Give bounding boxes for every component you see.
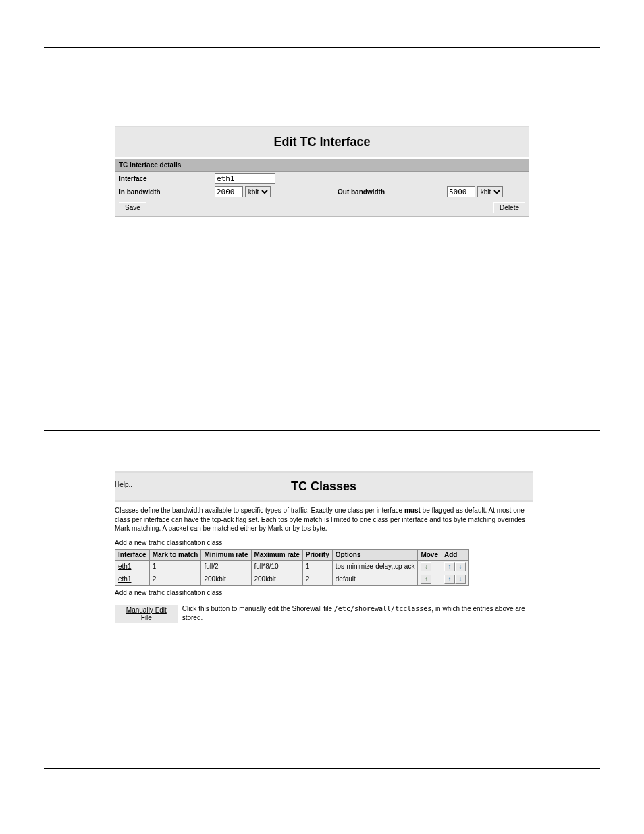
move-down-icon[interactable]	[421, 562, 431, 571]
col-minrate: Minimum rate	[201, 549, 251, 560]
table-row: eth1 1 full/2 full*8/10 1 tos-minimize-d…	[115, 560, 469, 573]
edit-tc-interface-panel: Edit TC Interface TC interface details I…	[115, 126, 529, 217]
row-max: 200kbit	[251, 573, 302, 585]
details-header: TC interface details	[115, 159, 529, 172]
add-above-icon[interactable]: ↑	[444, 575, 455, 584]
out-bandwidth-unit-select[interactable]: kbit	[477, 186, 503, 197]
panel-header: TC Classes	[115, 471, 533, 502]
row-mark: 1	[149, 560, 201, 573]
col-move: Move	[418, 549, 441, 560]
tc-classes-table: Interface Mark to match Minimum rate Max…	[115, 549, 469, 586]
desc-must: must	[404, 506, 421, 514]
row-priority: 2	[302, 573, 332, 585]
save-button[interactable]: Save	[119, 202, 146, 213]
table-header-row: Interface Mark to match Minimum rate Max…	[115, 549, 469, 560]
page-title: Edit TC Interface	[115, 135, 529, 149]
row-options: default	[332, 573, 418, 585]
manual-txt-pre: Click this button to manually edit the S…	[182, 605, 334, 613]
row-min: full/2	[201, 560, 251, 573]
col-interface: Interface	[115, 549, 150, 560]
row-mark: 2	[149, 573, 201, 585]
row-options: tos-minimize-delay,tcp-ack	[332, 560, 418, 573]
row-interface-link[interactable]: eth1	[118, 563, 131, 570]
manual-edit-row: Manually Edit File Click this button to …	[115, 604, 533, 623]
col-priority: Priority	[302, 549, 332, 560]
row-priority: 1	[302, 560, 332, 573]
row-interface-link[interactable]: eth1	[118, 575, 131, 583]
interface-label: Interface	[115, 172, 211, 185]
manually-edit-file-button[interactable]: Manually Edit File	[115, 604, 178, 623]
page-rule-top	[44, 47, 600, 48]
interface-form-table: Interface In bandwidth kbit Out bandwidt…	[115, 172, 529, 199]
row-max: full*8/10	[251, 560, 302, 573]
in-bandwidth-input[interactable]	[215, 186, 243, 197]
button-row: Save Delete	[115, 199, 529, 217]
col-maxrate: Maximum rate	[251, 549, 302, 560]
add-class-link-bottom[interactable]: Add a new traffic classification class	[115, 589, 222, 596]
out-bandwidth-input[interactable]	[447, 186, 475, 197]
table-row: eth1 2 200kbit 200kbit 2 default ↑	[115, 573, 469, 585]
in-bandwidth-label: In bandwidth	[115, 185, 211, 199]
delete-button[interactable]: Delete	[493, 202, 525, 213]
desc-part1: Classes define the bandwidth available t…	[115, 506, 404, 514]
page-title: TC Classes	[115, 479, 533, 494]
interface-input[interactable]	[215, 173, 275, 184]
add-below-icon[interactable]	[455, 562, 466, 571]
out-bandwidth-label: Out bandwidth	[333, 185, 443, 199]
tc-classes-panel: Help.. TC Classes Classes define the ban…	[115, 471, 533, 623]
help-link[interactable]: Help..	[115, 481, 132, 488]
manual-edit-description: Click this button to manually edit the S…	[182, 604, 533, 623]
col-options: Options	[332, 549, 418, 560]
page-rule-bottom	[44, 768, 600, 769]
move-up-icon[interactable]	[421, 575, 431, 584]
description-text: Classes define the bandwidth available t…	[115, 506, 533, 533]
add-class-link-top[interactable]: Add a new traffic classification class	[115, 539, 222, 546]
col-mark: Mark to match	[149, 549, 201, 560]
add-above-icon[interactable]: ↑	[444, 562, 455, 571]
in-bandwidth-unit-select[interactable]: kbit	[245, 186, 271, 197]
col-add: Add	[441, 549, 468, 560]
row-min: 200kbit	[201, 573, 251, 585]
add-below-icon[interactable]	[455, 575, 466, 584]
page-rule-mid	[44, 430, 600, 431]
manual-path: /etc/shorewall/tcclasses	[334, 605, 432, 613]
panel-header: Edit TC Interface	[115, 126, 529, 159]
